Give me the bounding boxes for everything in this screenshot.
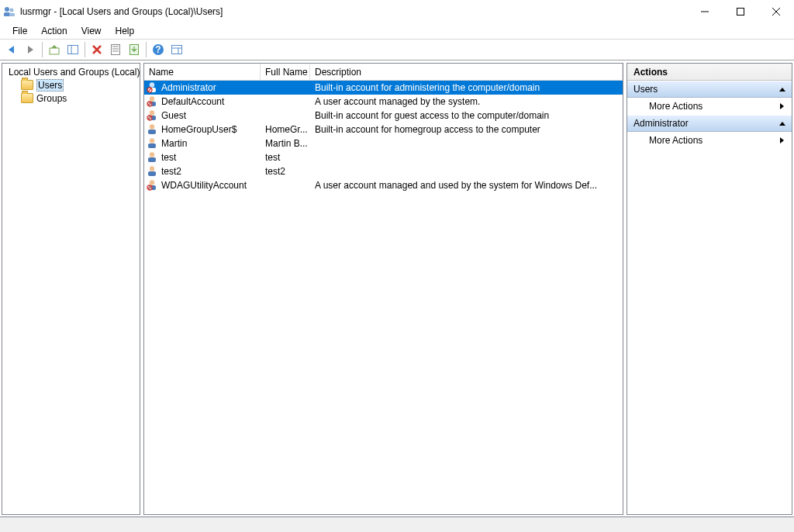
user-icon [146, 95, 158, 109]
cell-name: test [144, 150, 261, 165]
cell-fullname: test [261, 152, 310, 163]
work-area: Local Users and Groups (Local) Users Gro… [0, 60, 794, 516]
cell-name-text: test2 [161, 166, 181, 177]
tree-root[interactable]: Local Users and Groups (Local) [2, 65, 140, 78]
tree-root-label: Local Users and Groups (Local) [9, 67, 140, 78]
menu-view[interactable]: View [75, 24, 108, 38]
console-tree[interactable]: Local Users and Groups (Local) Users Gro… [2, 64, 140, 106]
delete-button[interactable] [88, 41, 105, 58]
svg-rect-41 [148, 143, 156, 148]
console-tree-pane: Local Users and Groups (Local) Users Gro… [2, 63, 140, 515]
menu-file[interactable]: File [6, 24, 33, 38]
up-button[interactable] [46, 41, 63, 58]
cell-fullname: Martin B... [261, 138, 310, 149]
list-header: Name Full Name Description [144, 64, 623, 81]
cell-name-text: Administrator [161, 82, 216, 93]
svg-point-28 [150, 82, 154, 87]
user-icon [146, 109, 158, 123]
tree-item-users[interactable]: Users [2, 78, 140, 92]
show-hide-console-tree-button[interactable] [64, 41, 81, 58]
cell-name: Guest [144, 109, 261, 123]
cell-name-text: test [161, 152, 176, 163]
cell-name-text: WDAGUtilityAccount [161, 180, 247, 191]
cell-description: Built-in account for guest access to the… [310, 110, 623, 121]
svg-rect-5 [737, 8, 744, 15]
cell-description: Built-in account for administering the c… [310, 82, 623, 93]
svg-rect-3 [9, 13, 15, 16]
svg-rect-1 [4, 12, 10, 16]
cell-fullname: HomeGr... [261, 124, 310, 135]
actions-section-selected[interactable]: Administrator [627, 115, 792, 132]
tree-item-label: Groups [36, 93, 67, 104]
svg-point-2 [10, 8, 14, 12]
list-row[interactable]: MartinMartin B... [144, 136, 623, 150]
cell-name: DefaultAccount [144, 95, 261, 109]
folder-icon [21, 93, 33, 103]
column-header-name[interactable]: Name [144, 64, 261, 81]
cell-name: test2 [144, 164, 261, 179]
cell-name-text: Guest [161, 110, 186, 121]
cell-name-text: Martin [161, 138, 187, 149]
window-buttons [687, 0, 794, 22]
actions-section-title: Users [633, 84, 658, 95]
window-title: lusrmgr - [Local Users and Groups (Local… [20, 6, 687, 17]
svg-rect-39 [148, 130, 156, 134]
list-body[interactable]: AdministratorBuilt-in account for admini… [144, 81, 623, 192]
menu-help[interactable]: Help [109, 24, 141, 38]
collapse-icon [779, 88, 785, 92]
maximize-button[interactable] [723, 0, 758, 22]
minimize-button[interactable] [687, 0, 723, 22]
close-button[interactable] [758, 0, 794, 22]
svg-point-44 [150, 152, 154, 157]
svg-point-46 [150, 166, 154, 171]
forward-button[interactable] [22, 41, 39, 58]
user-icon [146, 178, 158, 193]
app-icon [3, 5, 16, 18]
list-row[interactable]: test2test2 [144, 164, 623, 178]
toolbar-separator [42, 42, 43, 57]
user-icon [146, 150, 158, 165]
svg-text:?: ? [155, 44, 161, 55]
svg-rect-43 [148, 157, 156, 162]
svg-rect-9 [68, 46, 78, 54]
cell-name: WDAGUtilityAccount [144, 178, 261, 193]
cell-fullname: test2 [261, 166, 310, 177]
actions-section-title: Administrator [633, 118, 689, 129]
properties-button[interactable] [107, 41, 124, 58]
svg-point-48 [150, 180, 154, 185]
menu-action[interactable]: Action [35, 24, 73, 38]
user-icon [146, 123, 158, 137]
actions-item-label: More Actions [649, 135, 703, 146]
back-button[interactable] [3, 41, 20, 58]
svg-rect-45 [148, 171, 156, 176]
layout-button[interactable] [168, 41, 185, 58]
toolbar-separator [85, 42, 85, 57]
list-row[interactable]: WDAGUtilityAccountA user account managed… [144, 178, 623, 192]
actions-section-users[interactable]: Users [627, 81, 792, 98]
svg-rect-20 [172, 46, 182, 54]
column-header-description[interactable]: Description [310, 64, 623, 81]
column-header-fullname[interactable]: Full Name [261, 64, 310, 81]
user-icon [146, 136, 158, 151]
cell-description: A user account managed and used by the s… [310, 180, 623, 191]
list-row[interactable]: testtest [144, 150, 623, 164]
list-row[interactable]: AdministratorBuilt-in account for admini… [144, 81, 623, 95]
tree-item-groups[interactable]: Groups [2, 92, 140, 105]
cell-name: HomeGroupUser$ [144, 123, 261, 137]
list-row[interactable]: GuestBuilt-in account for guest access t… [144, 109, 623, 123]
cell-description: Built-in account for homegroup access to… [310, 124, 623, 135]
list-row[interactable]: DefaultAccountA user account managed by … [144, 95, 623, 109]
svg-point-32 [150, 96, 154, 101]
svg-point-36 [150, 110, 154, 115]
svg-rect-13 [112, 45, 120, 55]
export-list-button[interactable] [126, 41, 143, 58]
svg-point-0 [5, 7, 9, 12]
actions-item-more[interactable]: More Actions [627, 132, 792, 149]
collapse-icon [779, 122, 785, 126]
title-bar: lusrmgr - [Local Users and Groups (Local… [0, 0, 794, 23]
help-button[interactable]: ? [150, 41, 167, 58]
cell-name-text: DefaultAccount [161, 96, 224, 107]
actions-header: Actions [627, 64, 792, 81]
actions-item-more[interactable]: More Actions [627, 98, 792, 115]
list-row[interactable]: HomeGroupUser$HomeGr...Built-in account … [144, 123, 623, 136]
